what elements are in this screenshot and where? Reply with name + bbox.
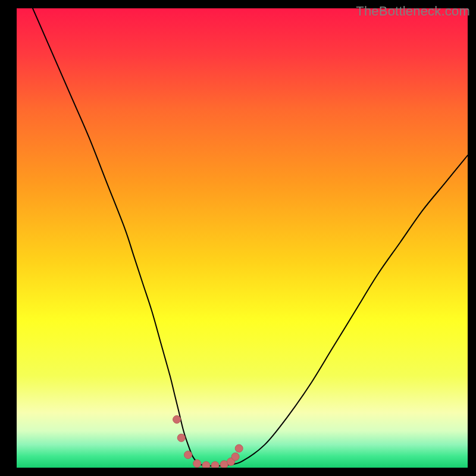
gradient-background (17, 8, 468, 468)
highlight-marker (235, 444, 243, 452)
chart-stage: TheBottleneck.com (0, 0, 476, 476)
highlight-marker (184, 451, 192, 459)
highlight-marker (202, 462, 210, 468)
highlight-marker (177, 434, 185, 441)
highlight-marker (193, 460, 201, 468)
highlight-marker (211, 462, 219, 468)
plot-area (17, 8, 468, 468)
chart-svg (17, 8, 468, 468)
highlight-marker (173, 415, 181, 423)
watermark-text: TheBottleneck.com (356, 4, 470, 19)
highlight-marker (231, 453, 239, 461)
